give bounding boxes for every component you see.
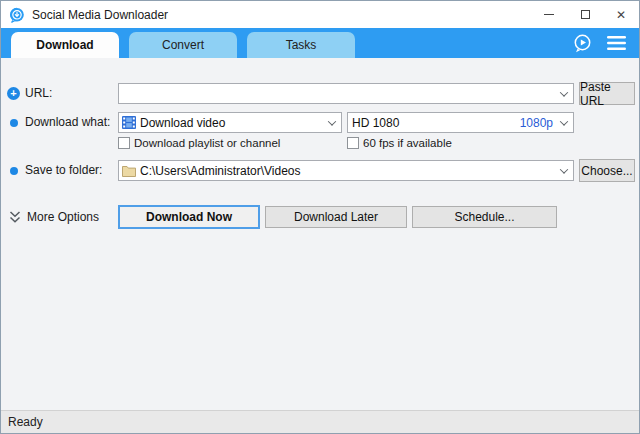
tabbar-actions <box>572 28 639 58</box>
paste-url-button[interactable]: Paste URL <box>579 82 635 105</box>
playlist-checkbox[interactable]: Download playlist or channel <box>118 136 280 150</box>
minimize-button[interactable] <box>531 1 567 28</box>
close-button[interactable]: ✕ <box>603 1 639 28</box>
chevron-down-icon <box>560 165 568 173</box>
double-chevron-down-icon[interactable] <box>9 210 21 224</box>
window-title: Social Media Downloader <box>32 8 168 22</box>
save-folder-combobox[interactable]: C:\Users\Administrator\Videos <box>118 160 574 181</box>
title-bar: Social Media Downloader ✕ <box>1 1 639 28</box>
bullet-dot-icon <box>10 167 18 175</box>
download-what-dropdown-button[interactable] <box>323 113 341 132</box>
more-options-link[interactable]: More Options <box>27 206 99 228</box>
url-label: URL: <box>25 83 52 104</box>
status-bar: Ready <box>1 410 639 433</box>
quality-badge: 1080p <box>520 116 555 130</box>
url-dropdown-button[interactable] <box>555 84 573 103</box>
chevron-down-icon <box>328 117 336 125</box>
hamburger-menu-icon[interactable] <box>607 35 626 51</box>
status-text: Ready <box>8 415 43 429</box>
save-folder-dropdown-button[interactable] <box>555 161 573 180</box>
fps-checkbox-label: 60 fps if available <box>363 137 452 149</box>
download-later-button[interactable]: Download Later <box>265 206 407 228</box>
playlist-checkbox-label: Download playlist or channel <box>134 137 280 149</box>
app-logo-icon <box>9 7 25 23</box>
checkbox-icon[interactable] <box>118 137 130 149</box>
download-what-select[interactable]: Download video <box>118 112 342 133</box>
download-what-label: Download what: <box>25 112 110 133</box>
chevron-down-icon <box>560 88 568 96</box>
close-icon: ✕ <box>616 9 626 21</box>
tab-tasks[interactable]: Tasks <box>247 32 355 58</box>
maximize-icon <box>581 10 590 19</box>
save-folder-label: Save to folder: <box>25 160 102 181</box>
download-what-value: Download video <box>140 116 225 130</box>
quality-select[interactable]: HD 1080 1080p <box>347 112 574 133</box>
tab-convert[interactable]: Convert <box>129 32 237 58</box>
plus-circle-icon: + <box>7 87 20 100</box>
download-panel: + URL: Paste URL Download what: Download <box>1 58 639 410</box>
quality-dropdown-button[interactable] <box>555 113 573 132</box>
minimize-icon <box>544 14 554 15</box>
chevron-down-icon <box>560 117 568 125</box>
maximize-button[interactable] <box>567 1 603 28</box>
tab-download[interactable]: Download <box>11 32 119 58</box>
quality-value: HD 1080 <box>348 116 399 130</box>
window-controls: ✕ <box>531 1 639 28</box>
folder-icon <box>122 165 136 177</box>
save-folder-path: C:\Users\Administrator\Videos <box>140 164 301 178</box>
schedule-button[interactable]: Schedule... <box>412 206 557 228</box>
film-strip-icon <box>122 116 136 129</box>
fps-checkbox[interactable]: 60 fps if available <box>347 136 452 150</box>
bullet-dot-icon <box>10 119 18 127</box>
download-now-button[interactable]: Download Now <box>118 205 260 229</box>
tab-bar: Download Convert Tasks <box>1 28 639 58</box>
media-bubble-icon[interactable] <box>572 33 593 54</box>
checkbox-icon[interactable] <box>347 137 359 149</box>
app-window: Social Media Downloader ✕ Download Conve… <box>0 0 640 434</box>
choose-folder-button[interactable]: Choose... <box>579 159 635 182</box>
url-combobox[interactable] <box>118 83 574 104</box>
